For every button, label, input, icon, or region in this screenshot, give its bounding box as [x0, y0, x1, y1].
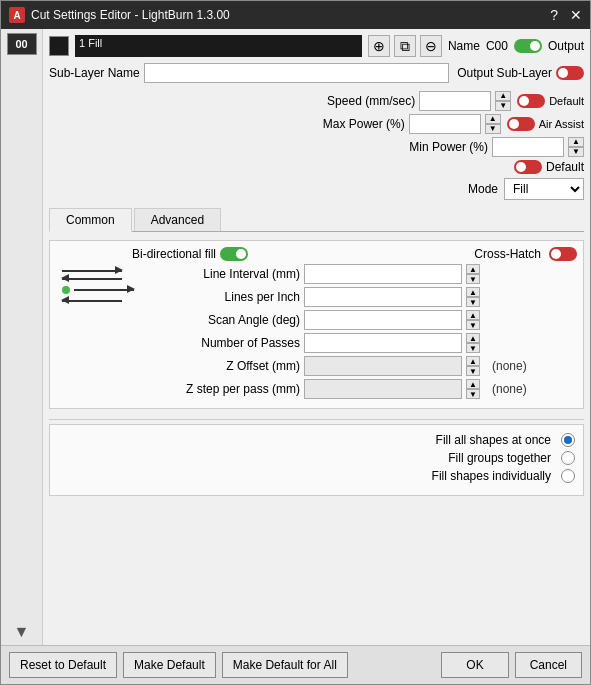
arrow-left-1	[62, 278, 122, 280]
speed-toggle[interactable]	[517, 94, 545, 108]
speed-up[interactable]: ▲	[495, 91, 511, 101]
z-step-input[interactable]: 0.00	[304, 379, 462, 399]
scan-angle-input[interactable]: 0	[304, 310, 462, 330]
arrow-row-2	[62, 278, 134, 280]
tab-advanced[interactable]: Advanced	[134, 208, 221, 231]
z-step-down[interactable]: ▼	[466, 389, 480, 399]
make-default-button[interactable]: Make Default	[123, 652, 216, 678]
line-interval-spinner[interactable]: ▲ ▼	[466, 264, 480, 284]
speed-down[interactable]: ▼	[495, 101, 511, 111]
z-offset-none: (none)	[492, 359, 527, 373]
default-toggle[interactable]	[514, 160, 542, 174]
layer-controls: ⊕ ⧉ ⊖	[368, 35, 442, 57]
output-toggle-bg[interactable]	[514, 39, 542, 53]
lines-per-inch-label: Lines per Inch	[140, 290, 300, 304]
footer: Reset to Default Make Default Make Defau…	[1, 645, 590, 684]
passes-up[interactable]: ▲	[466, 333, 480, 343]
minpower-up[interactable]: ▲	[568, 137, 584, 147]
passes-row: Number of Passes 1 ▲ ▼	[140, 333, 577, 353]
passes-down[interactable]: ▼	[466, 343, 480, 353]
passes-spinner[interactable]: ▲ ▼	[466, 333, 480, 353]
left-panel: 00 ▼	[1, 29, 43, 645]
z-step-spinner[interactable]: ▲ ▼	[466, 379, 480, 399]
scan-angle-down[interactable]: ▼	[466, 320, 480, 330]
lpi-down[interactable]: ▼	[466, 297, 480, 307]
maxpower-down[interactable]: ▼	[485, 124, 501, 134]
color-swatch[interactable]	[49, 36, 69, 56]
default-row: Default	[49, 160, 584, 174]
sublayer-name-input[interactable]	[144, 63, 450, 83]
z-offset-input[interactable]: 0.00	[304, 356, 462, 376]
option2-label: Fill groups together	[58, 451, 557, 465]
top-row: 1 Fill ⊕ ⧉ ⊖ Name C00 Output	[49, 35, 584, 57]
option3-label: Fill shapes individually	[58, 469, 557, 483]
bidirectional-toggle[interactable]	[220, 247, 248, 261]
name-label: Name	[448, 39, 480, 53]
lines-per-inch-input[interactable]: 300.00	[304, 287, 462, 307]
option1-label: Fill all shapes at once	[58, 433, 557, 447]
output-toggle[interactable]	[514, 39, 542, 53]
lines-per-inch-spinner[interactable]: ▲ ▼	[466, 287, 480, 307]
maxpower-spinner[interactable]: ▲ ▼	[485, 114, 501, 134]
line-interval-row: Line Interval (mm) 0.0847 ▲ ▼	[140, 264, 577, 284]
layer-name-value: C00	[486, 39, 508, 53]
maxpower-toggle[interactable]	[507, 117, 535, 131]
maxpower-input[interactable]: 30.00	[409, 114, 481, 134]
z-offset-spinner[interactable]: ▲ ▼	[466, 356, 480, 376]
minpower-spinner[interactable]: ▲ ▼	[568, 137, 584, 157]
z-step-row: Z step per pass (mm) 0.00 ▲ ▼ (none)	[140, 379, 577, 399]
color-name-bar: 1 Fill	[49, 35, 362, 57]
scan-angle-row: Scan Angle (deg) 0 ▲ ▼	[140, 310, 577, 330]
app-icon: A	[9, 7, 25, 23]
make-default-all-button[interactable]: Make Default for All	[222, 652, 348, 678]
maxpower-up[interactable]: ▲	[485, 114, 501, 124]
passes-input[interactable]: 1	[304, 333, 462, 353]
speed-spinner[interactable]: ▲ ▼	[495, 91, 511, 111]
bidirectional-label: Bi-directional fill	[56, 247, 216, 261]
arrow-row-3	[62, 286, 134, 294]
window-title: Cut Settings Editor - LightBurn 1.3.00	[31, 8, 230, 22]
crosshatch-toggle[interactable]	[549, 247, 577, 261]
radio-option2[interactable]	[561, 451, 575, 465]
minpower-down[interactable]: ▼	[568, 147, 584, 157]
layer-swatch[interactable]: 00	[7, 33, 37, 55]
radio-option1[interactable]	[561, 433, 575, 447]
mode-select[interactable]: Fill Line Fill+Line	[504, 178, 584, 200]
radio-option3[interactable]	[561, 469, 575, 483]
z-step-label: Z step per pass (mm)	[140, 382, 300, 396]
add-layer-button[interactable]: ⊕	[368, 35, 390, 57]
scroll-down-arrow[interactable]: ▼	[14, 623, 30, 641]
line-interval-up[interactable]: ▲	[466, 264, 480, 274]
title-bar: A Cut Settings Editor - LightBurn 1.3.00…	[1, 1, 590, 29]
duplicate-layer-button[interactable]: ⧉	[394, 35, 416, 57]
fill-params-section: Bi-directional fill Cross-Hatch	[49, 240, 584, 409]
arrow-row-4	[62, 300, 134, 302]
output-sublayer-toggle[interactable]	[556, 66, 584, 80]
tab-common[interactable]: Common	[49, 208, 132, 232]
maxpower-label: Max Power (%)	[323, 117, 405, 131]
z-step-up[interactable]: ▲	[466, 379, 480, 389]
scan-angle-spinner[interactable]: ▲ ▼	[466, 310, 480, 330]
line-interval-input[interactable]: 0.0847	[304, 264, 462, 284]
radio-row-1: Fill all shapes at once	[58, 433, 575, 447]
scan-angle-up[interactable]: ▲	[466, 310, 480, 320]
close-button[interactable]: ✕	[570, 8, 582, 22]
separator	[49, 419, 584, 420]
help-button[interactable]: ?	[550, 8, 558, 22]
z-offset-row: Z Offset (mm) 0.00 ▲ ▼ (none)	[140, 356, 577, 376]
reset-button[interactable]: Reset to Default	[9, 652, 117, 678]
lpi-up[interactable]: ▲	[466, 287, 480, 297]
maxpower-tag: Air Assist	[539, 118, 584, 130]
cancel-button[interactable]: Cancel	[515, 652, 582, 678]
main-window: A Cut Settings Editor - LightBurn 1.3.00…	[0, 0, 591, 685]
output-label: Output	[548, 39, 584, 53]
minpower-input[interactable]: 30.00	[492, 137, 564, 157]
remove-layer-button[interactable]: ⊖	[420, 35, 442, 57]
ok-button[interactable]: OK	[441, 652, 508, 678]
z-offset-down[interactable]: ▼	[466, 366, 480, 376]
z-offset-up[interactable]: ▲	[466, 356, 480, 366]
line-interval-down[interactable]: ▼	[466, 274, 480, 284]
speed-input[interactable]: 1500.00	[419, 91, 491, 111]
green-indicator	[62, 286, 70, 294]
arrow-left-2	[62, 300, 122, 302]
